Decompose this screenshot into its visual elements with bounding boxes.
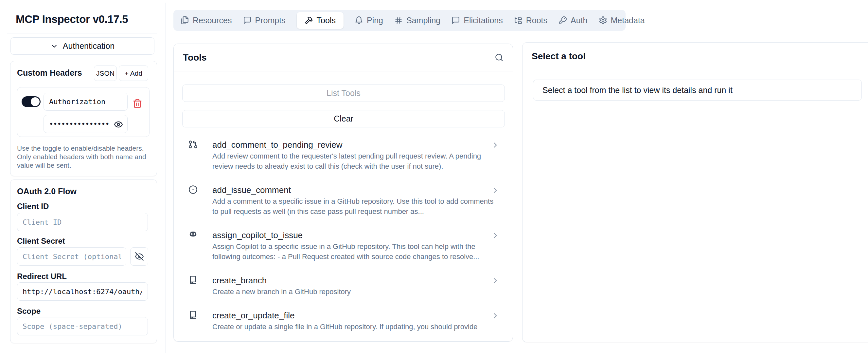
- authentication-collapse-button[interactable]: Authentication: [10, 37, 154, 55]
- key-icon: [558, 16, 567, 25]
- tools-panel-header: Tools: [174, 44, 513, 72]
- tool-list: add_comment_to_pending_review Add review…: [174, 139, 513, 345]
- add-header-button[interactable]: + Add: [119, 65, 148, 81]
- tab-label: Ping: [367, 16, 383, 25]
- tab-label: Sampling: [406, 16, 440, 25]
- chevron-right-icon: [491, 186, 500, 195]
- chevron-right-icon: [491, 231, 500, 240]
- gear-icon: [599, 16, 607, 25]
- scope-input[interactable]: [17, 317, 148, 335]
- bell-icon: [355, 16, 363, 25]
- tab-label: Auth: [570, 16, 587, 25]
- tab-resources[interactable]: Resources: [181, 16, 232, 25]
- tab-label: Tools: [317, 16, 336, 25]
- main-tab-bar: Resources Prompts Tools Ping Sampling El…: [174, 10, 626, 31]
- tab-prompts[interactable]: Prompts: [243, 16, 286, 25]
- tool-name: create_branch: [212, 275, 500, 286]
- header-enabled-toggle[interactable]: [22, 96, 40, 107]
- eye-off-icon[interactable]: [130, 247, 148, 266]
- copilot-bot-icon: [188, 230, 197, 240]
- tab-elicitations[interactable]: Elicitations: [452, 16, 503, 25]
- detail-panel-header: Select a tool: [523, 43, 868, 70]
- tab-label: Elicitations: [464, 16, 503, 25]
- toggle-knob: [31, 97, 39, 106]
- tools-panel: Tools List Tools Clear add_comment_to_pe…: [174, 44, 513, 341]
- tool-description: Assign Copilot to a specific issue in a …: [212, 241, 500, 262]
- clear-button[interactable]: Clear: [182, 110, 505, 128]
- git-pull-request-icon: [188, 140, 197, 149]
- tool-item-add-comment-to-pending-review[interactable]: add_comment_to_pending_review Add review…: [174, 139, 513, 171]
- tab-roots[interactable]: Roots: [514, 16, 547, 25]
- json-mode-button[interactable]: JSON: [94, 65, 117, 81]
- client-id-label: Client ID: [17, 202, 49, 211]
- tools-panel-title: Tools: [183, 52, 207, 63]
- hash-icon: [394, 16, 403, 25]
- oauth-title: OAuth 2.0 Flow: [17, 187, 76, 196]
- client-secret-input[interactable]: [17, 247, 126, 266]
- list-tools-button[interactable]: List Tools: [182, 84, 505, 102]
- authentication-label: Authentication: [63, 41, 115, 51]
- custom-headers-title: Custom Headers: [17, 68, 82, 78]
- tool-name: add_issue_comment: [212, 185, 500, 196]
- tab-label: Resources: [193, 16, 232, 25]
- tab-label: Prompts: [255, 16, 286, 25]
- redirect-url-label: Redirect URL: [17, 272, 67, 281]
- folder-tree-icon: [514, 16, 523, 25]
- chevron-down-icon: [51, 42, 58, 50]
- tab-metadata[interactable]: Metadata: [599, 16, 645, 25]
- tool-item-create-or-update-file[interactable]: create_or_update_file Create or update a…: [174, 310, 513, 332]
- tool-description: Add a comment to a specific issue in a G…: [212, 196, 500, 217]
- scope-label: Scope: [17, 307, 40, 316]
- tab-tools[interactable]: Tools: [297, 12, 344, 29]
- tool-item-assign-copilot-to-issue[interactable]: assign_copilot_to_issue Assign Copilot t…: [174, 229, 513, 262]
- headers-help-text: Use the toggle to enable/disable headers…: [17, 144, 147, 170]
- trash-icon[interactable]: [132, 98, 143, 109]
- tab-label: Metadata: [611, 16, 645, 25]
- tab-sampling[interactable]: Sampling: [394, 16, 440, 25]
- hammer-icon: [305, 16, 313, 25]
- eye-icon[interactable]: [114, 119, 124, 129]
- client-secret-label: Client Secret: [17, 237, 65, 246]
- detail-panel-title: Select a tool: [532, 51, 586, 61]
- chevron-right-icon: [491, 276, 500, 285]
- tool-item-create-branch[interactable]: create_branch Create a new branch in a G…: [174, 275, 513, 297]
- tab-auth[interactable]: Auth: [558, 16, 587, 25]
- issue-circle-dot-icon: [188, 185, 197, 194]
- app-title: MCP Inspector v0.17.5: [16, 13, 128, 26]
- chevron-right-icon: [491, 311, 500, 320]
- client-id-input[interactable]: [17, 213, 148, 231]
- tool-description: Create or update a single file in a GitH…: [212, 322, 500, 332]
- tool-description: Create a new branch in a GitHub reposito…: [212, 286, 500, 297]
- sidebar-main-divider: [165, 3, 166, 353]
- header-name-input[interactable]: [43, 93, 128, 111]
- header-value-field: [43, 115, 128, 133]
- files-icon: [181, 16, 189, 25]
- tool-name: create_or_update_file: [212, 310, 500, 321]
- sidebar-divider: [7, 33, 157, 33]
- tool-item-add-issue-comment[interactable]: add_issue_comment Add a comment to a spe…: [174, 185, 513, 217]
- redirect-url-input[interactable]: [17, 282, 148, 301]
- tool-detail-panel: Select a tool Select a tool from the lis…: [522, 42, 868, 342]
- chevron-right-icon: [491, 141, 500, 149]
- empty-state-message: Select a tool from the list to view its …: [533, 80, 862, 101]
- repo-book-icon: [188, 275, 197, 285]
- repo-book-icon: [188, 310, 197, 320]
- tool-name: add_comment_to_pending_review: [212, 139, 500, 150]
- message-square-icon: [452, 16, 460, 25]
- tool-name: assign_copilot_to_issue: [212, 229, 500, 241]
- tab-ping[interactable]: Ping: [355, 16, 383, 25]
- tool-description: Add review comment to the requester's la…: [212, 151, 500, 171]
- message-square-icon: [243, 16, 252, 25]
- tab-label: Roots: [526, 16, 547, 25]
- search-icon[interactable]: [495, 53, 503, 62]
